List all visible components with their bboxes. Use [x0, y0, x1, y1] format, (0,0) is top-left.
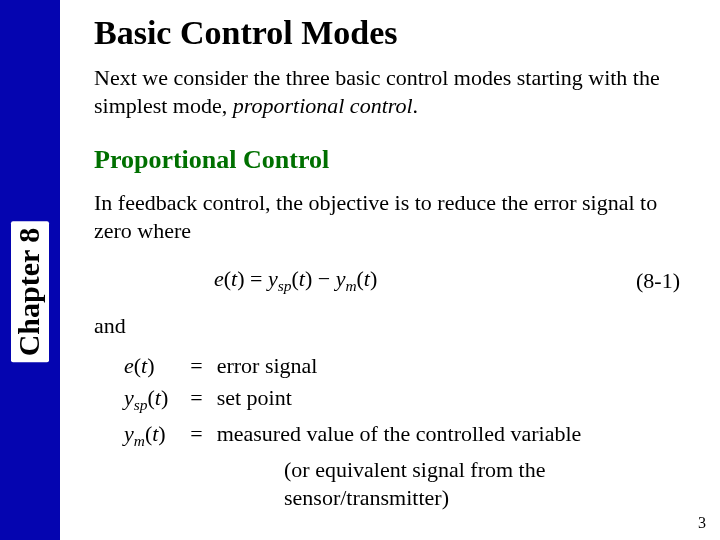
page-title: Basic Control Modes — [94, 14, 690, 52]
def-symbol: e(t) — [124, 353, 190, 379]
eq-lhs: e(t) — [214, 266, 245, 291]
def-symbol: ysp(t) — [124, 385, 190, 414]
intro-suffix: . — [413, 93, 419, 118]
eq-minus: − — [318, 266, 330, 291]
definition-row: e(t) = error signal — [124, 353, 581, 379]
body-text-1: In feedback control, the objective is to… — [94, 189, 690, 244]
def-equals: = — [190, 421, 216, 450]
intro-text: Next we consider the three basic control… — [94, 64, 690, 119]
definition-row: ysp(t) = set point — [124, 385, 581, 414]
def-equals: = — [190, 353, 216, 379]
chapter-sidebar: Chapter 8 — [0, 0, 60, 540]
chapter-label: Chapter 8 — [11, 221, 49, 362]
def-equals: = — [190, 385, 216, 414]
section-heading: Proportional Control — [94, 145, 690, 175]
slide-content: Basic Control Modes Next we consider the… — [60, 0, 720, 540]
slide-page: Chapter 8 Basic Control Modes Next we co… — [0, 0, 720, 540]
definitions-table: e(t) = error signal ysp(t) = set point y… — [124, 347, 581, 456]
intro-emphasis: proportional control — [233, 93, 413, 118]
def-description: measured value of the controlled variabl… — [217, 421, 582, 450]
eq-r1: ysp(t) — [268, 266, 312, 291]
eq-equals: = — [250, 266, 262, 291]
equation-main: e(t) = ysp(t) − ym(t) — [214, 266, 377, 295]
and-word: and — [94, 313, 690, 339]
equation-row: e(t) = ysp(t) − ym(t) (8-1) — [94, 266, 690, 295]
def-description: error signal — [217, 353, 582, 379]
eq-r2: ym(t) — [336, 266, 378, 291]
page-number: 3 — [698, 514, 706, 532]
equation-label: (8-1) — [636, 268, 680, 294]
definition-row: ym(t) = measured value of the controlled… — [124, 421, 581, 450]
def-description: set point — [217, 385, 582, 414]
def-symbol: ym(t) — [124, 421, 190, 450]
definition-extra: (or equivalent signal from the sensor/tr… — [124, 456, 690, 511]
